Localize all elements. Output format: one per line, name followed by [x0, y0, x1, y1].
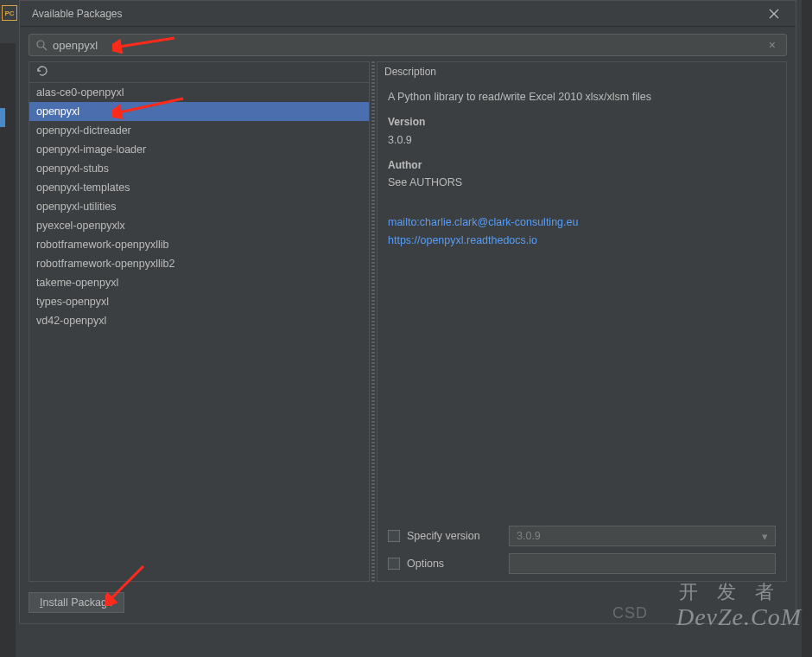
search-input[interactable] — [53, 39, 765, 52]
package-item[interactable]: alas-ce0-openpyxl — [29, 83, 369, 102]
close-button[interactable] — [761, 1, 787, 27]
install-package-button[interactable]: Install Package — [29, 592, 124, 613]
ide-left-accent — [0, 108, 5, 127]
version-value: 3.0.9 — [388, 131, 776, 150]
package-list[interactable]: alas-ce0-openpyxlopenpyxlopenpyxl-dictre… — [29, 83, 369, 581]
package-item[interactable]: openpyxl — [29, 102, 369, 121]
specify-version-label: Specify version — [407, 530, 502, 542]
package-item[interactable]: openpyxl-image-loader — [29, 140, 369, 159]
watermark-cn: 开 发 者 — [679, 579, 781, 605]
pycharm-icon: PC — [2, 5, 17, 21]
description-content: A Python library to read/write Excel 201… — [377, 80, 786, 519]
version-select-value: 3.0.9 — [517, 530, 541, 542]
description-summary: A Python library to read/write Excel 201… — [388, 88, 776, 106]
version-label: Version — [388, 113, 776, 131]
package-item[interactable]: pyexcel-openpyxlx — [29, 216, 369, 235]
dialog-title: Available Packages — [29, 8, 761, 20]
svg-point-2 — [37, 41, 44, 48]
version-select[interactable]: 3.0.9 ▾ — [509, 526, 776, 546]
ide-right-gutter — [802, 0, 812, 657]
search-row: × — [20, 27, 796, 61]
package-item[interactable]: openpyxl-dictreader — [29, 121, 369, 140]
chevron-down-icon: ▾ — [762, 530, 768, 543]
close-icon — [769, 9, 779, 19]
package-item[interactable]: openpyxl-templates — [29, 178, 369, 197]
package-item[interactable]: robotframework-openpyxllib — [29, 235, 369, 254]
watermark-csd: CSD — [612, 604, 648, 622]
docs-link[interactable]: https://openpyxl.readthedocs.io — [388, 232, 776, 250]
package-item[interactable]: openpyxl-stubs — [29, 159, 369, 178]
author-value: See AUTHORS — [388, 174, 776, 192]
description-panel: Description A Python library to read/wri… — [377, 61, 787, 582]
package-item[interactable]: robotframework-openpyxllib2 — [29, 254, 369, 273]
package-item[interactable]: vd42-openpyxl — [29, 311, 369, 330]
options-row: Options — [388, 553, 776, 574]
specify-version-checkbox[interactable] — [388, 530, 400, 542]
package-item[interactable]: types-openpyxl — [29, 292, 369, 311]
install-label-rest: nstall Package — [42, 596, 112, 609]
description-header: Description — [377, 62, 786, 80]
svg-line-3 — [43, 47, 47, 50]
mailto-link[interactable]: mailto:charlie.clark@clark-consulting.eu — [388, 214, 776, 232]
search-icon — [36, 40, 48, 51]
ide-left-gutter — [0, 43, 16, 657]
available-packages-dialog: Available Packages × — [19, 0, 796, 624]
clear-search-icon[interactable]: × — [765, 38, 779, 52]
options-label: Options — [407, 558, 502, 570]
options-input[interactable] — [509, 553, 776, 574]
watermark-main: DevZe.CoM — [676, 603, 802, 631]
package-item[interactable]: openpyxl-utilities — [29, 197, 369, 216]
specify-version-row: Specify version 3.0.9 ▾ — [388, 526, 776, 546]
package-item[interactable]: takeme-openpyxl — [29, 273, 369, 292]
search-box[interactable]: × — [29, 34, 787, 56]
options-checkbox[interactable] — [388, 558, 400, 570]
panel-splitter[interactable] — [370, 61, 377, 582]
package-list-panel: alas-ce0-openpyxlopenpyxlopenpyxl-dictre… — [29, 61, 370, 582]
refresh-row — [29, 62, 369, 83]
refresh-icon[interactable] — [36, 65, 48, 80]
dialog-titlebar: Available Packages — [20, 1, 796, 27]
main-area: alas-ce0-openpyxlopenpyxlopenpyxl-dictre… — [20, 61, 796, 582]
author-label: Author — [388, 156, 776, 174]
splitter-handle-icon — [371, 61, 375, 582]
options-area: Specify version 3.0.9 ▾ Options — [377, 519, 786, 581]
